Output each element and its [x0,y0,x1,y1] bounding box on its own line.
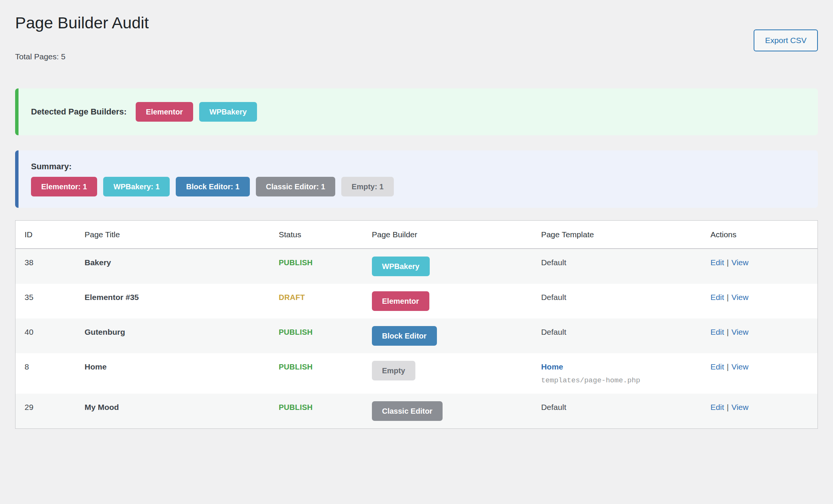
cell-page-template: Default [532,249,701,284]
badge-wpbakery: WPBakery [199,102,257,122]
edit-link[interactable]: Edit [711,328,724,336]
summary-label: Summary: [31,162,796,172]
view-link[interactable]: View [731,258,748,267]
template-file-path: templates/page-home.php [541,375,692,386]
view-link[interactable]: View [731,362,748,371]
builder-badge-classic-editor: Classic Editor [372,401,443,421]
badge-elementor: Elementor [136,102,193,122]
table-row-home: 8 Home PUBLISH Empty Home templates/page… [15,353,818,394]
summary-badge-empty: Empty: 1 [341,177,393,196]
column-header-page-template: Page Template [532,221,701,249]
builder-badge-wpbakery: WPBakery [372,257,430,276]
status-badge: PUBLISH [279,328,313,336]
template-link-home[interactable]: Home [541,362,563,371]
summary-badge-wpbakery: WPBakery: 1 [103,177,170,196]
cell-id: 8 [15,353,76,394]
column-header-actions: Actions [701,221,818,249]
action-separator: | [724,362,731,371]
detected-builders-notice: Detected Page Builders: Elementor WPBake… [15,88,818,135]
summary-badge-row: Elementor: 1 WPBakery: 1 Block Editor: 1… [31,177,805,196]
cell-id: 38 [15,249,76,284]
table-row-elementor-35: 35 Elementor #35 DRAFT Elementor Default… [15,284,818,318]
builder-badge-empty: Empty [372,361,415,380]
column-header-id: ID [15,221,76,249]
summary-badge-classic-editor: Classic Editor: 1 [256,177,336,196]
cell-page-title: Bakery [76,249,270,284]
builder-badge-elementor: Elementor [372,291,429,311]
cell-page-template: Default [532,318,701,353]
action-separator: | [724,293,731,301]
edit-link[interactable]: Edit [711,362,724,371]
status-badge: PUBLISH [279,403,313,411]
status-badge: DRAFT [279,293,305,301]
page-builder-audit-page: Page Builder Audit Export CSV Total Page… [0,0,833,504]
status-badge: PUBLISH [279,363,313,371]
cell-page-title: My Mood [76,394,270,429]
total-pages-count: Total Pages: 5 [15,51,818,63]
column-header-status: Status [269,221,362,249]
pages-table-container: ID Page Title Status Page Builder Page T… [15,220,818,429]
summary-badge-block-editor: Block Editor: 1 [176,177,249,196]
cell-page-template: Default [532,394,701,429]
cell-id: 29 [15,394,76,429]
action-separator: | [724,328,731,336]
action-separator: | [724,403,731,411]
column-header-page-title: Page Title [76,221,270,249]
cell-id: 40 [15,318,76,353]
export-csv-button[interactable]: Export CSV [754,29,818,51]
table-row-gutenburg: 40 Gutenburg PUBLISH Block Editor Defaul… [15,318,818,353]
edit-link[interactable]: Edit [711,258,724,267]
pages-table: ID Page Title Status Page Builder Page T… [15,220,818,429]
view-link[interactable]: View [731,403,748,411]
detected-builders-label: Detected Page Builders: [31,107,127,117]
detected-builders-badge-row: Elementor WPBakery [136,102,257,122]
edit-link[interactable]: Edit [711,403,724,411]
cell-page-title: Elementor #35 [76,284,270,318]
cell-id: 35 [15,284,76,318]
cell-page-template: Default [532,284,701,318]
summary-badge-elementor: Elementor: 1 [31,177,97,196]
view-link[interactable]: View [731,328,748,336]
table-row-bakery: 38 Bakery PUBLISH WPBakery Default Edit|… [15,249,818,284]
page-title: Page Builder Audit [15,0,818,32]
action-separator: | [724,258,731,267]
status-badge: PUBLISH [279,258,313,267]
view-link[interactable]: View [731,293,748,301]
table-header-row: ID Page Title Status Page Builder Page T… [15,221,818,249]
summary-notice: Summary: Elementor: 1 WPBakery: 1 Block … [15,150,818,208]
table-row-my-mood: 29 My Mood PUBLISH Classic Editor Defaul… [15,394,818,429]
cell-page-title: Gutenburg [76,318,270,353]
cell-page-title: Home [76,353,270,394]
builder-badge-block-editor: Block Editor [372,326,437,346]
column-header-page-builder: Page Builder [363,221,532,249]
edit-link[interactable]: Edit [711,293,724,301]
